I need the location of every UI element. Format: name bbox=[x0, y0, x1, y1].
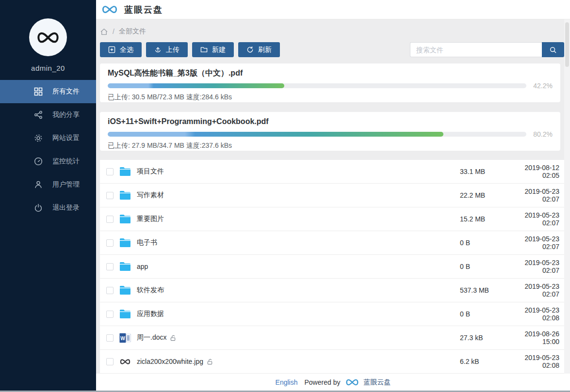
file-row[interactable]: W 周一.docx 27.3 kB 2019-08-26 15:00 bbox=[100, 326, 564, 350]
upload-status: 已上传: 30.5 MB/72.3 MB 速度:284.6 kBs bbox=[108, 93, 553, 102]
username-label: admin_20 bbox=[31, 64, 65, 72]
file-row[interactable]: W 电子书 0 B 2019-05-23 02:07 bbox=[100, 231, 564, 255]
row-checkbox[interactable] bbox=[106, 239, 114, 247]
sidebar-item-share[interactable]: 我的分享 bbox=[0, 103, 96, 126]
select-all-button[interactable]: 全选 bbox=[100, 42, 142, 57]
sidebar-item-gear[interactable]: 网站设置 bbox=[0, 126, 96, 150]
search-group bbox=[410, 42, 564, 57]
search-input[interactable] bbox=[410, 42, 542, 57]
refresh-icon bbox=[246, 46, 254, 53]
progress-row: 80.2% bbox=[108, 130, 553, 138]
scrollbar-track[interactable] bbox=[564, 19, 570, 374]
file-size: 0 B bbox=[460, 239, 506, 247]
file-row[interactable]: W 应用数据 0 B 2019-05-23 02:08 bbox=[100, 302, 564, 326]
row-checkbox[interactable] bbox=[106, 334, 114, 342]
file-size: 0 B bbox=[460, 310, 506, 318]
file-date: 2019-08-12 02:05 bbox=[506, 164, 559, 179]
sidebar-item-label: 退出登录 bbox=[52, 204, 80, 212]
file-row[interactable]: W app 0 B 2019-05-23 02:07 bbox=[100, 255, 564, 279]
upload-icon bbox=[154, 46, 162, 53]
folder-icon bbox=[119, 262, 131, 271]
upload-filename: iOS+11+Swift+Programming+Cookbook.pdf bbox=[108, 117, 553, 126]
gear-icon bbox=[34, 134, 43, 142]
file-name[interactable]: 重要图片 bbox=[137, 215, 164, 223]
language-link[interactable]: English bbox=[276, 378, 298, 386]
top-header: 蓝眼云盘 bbox=[96, 0, 570, 19]
file-date: 2019-05-23 02:07 bbox=[506, 211, 559, 227]
progress-percent: 42.2% bbox=[529, 82, 553, 90]
row-checkbox[interactable] bbox=[106, 358, 114, 365]
folder-icon bbox=[119, 309, 131, 319]
row-checkbox[interactable] bbox=[106, 311, 114, 318]
folder-icon bbox=[119, 285, 131, 295]
home-icon[interactable] bbox=[100, 28, 108, 36]
breadcrumb: / 全部文件 bbox=[100, 27, 564, 36]
svg-text:W: W bbox=[120, 335, 125, 341]
upload-button[interactable]: 上传 bbox=[146, 42, 188, 57]
sidebar: admin_20 bbox=[0, 0, 96, 391]
file-row[interactable]: W 重要图片 15.2 MB 2019-05-23 02:07 bbox=[100, 207, 564, 231]
user-icon bbox=[34, 180, 43, 189]
file-size: 537.3 MB bbox=[460, 286, 506, 294]
row-checkbox[interactable] bbox=[106, 263, 114, 270]
sidebar-item-grid[interactable]: 所有文件 bbox=[0, 80, 96, 103]
unlock-icon bbox=[170, 335, 176, 341]
sidebar-item-power[interactable]: 退出登录 bbox=[0, 196, 96, 220]
sidebar-item-label: 我的分享 bbox=[52, 110, 80, 119]
unlock-icon bbox=[207, 359, 213, 365]
app-window: admin_20 bbox=[0, 0, 570, 391]
file-date: 2019-05-23 02:08 bbox=[506, 306, 559, 322]
row-checkbox[interactable] bbox=[106, 216, 114, 223]
file-name[interactable]: 周一.docx bbox=[137, 333, 166, 342]
refresh-button[interactable]: 刷新 bbox=[238, 42, 280, 57]
file-size: 0 B bbox=[460, 263, 506, 270]
new-folder-button[interactable]: 新建 bbox=[192, 42, 234, 57]
sidebar-item-user[interactable]: 用户管理 bbox=[0, 173, 96, 196]
file-name[interactable]: 软件发布 bbox=[137, 286, 164, 295]
file-row[interactable]: W 项目文件 33.1 MB 2019-08-12 02:05 bbox=[100, 160, 564, 184]
user-avatar[interactable] bbox=[29, 18, 67, 56]
file-name[interactable]: 写作素材 bbox=[137, 191, 164, 200]
app-title: 蓝眼云盘 bbox=[124, 4, 163, 16]
row-checkbox[interactable] bbox=[106, 287, 114, 294]
upload-status: 已上传: 27.9 MB/34.7 MB 速度:237.6 kBs bbox=[108, 141, 553, 150]
breadcrumb-separator: / bbox=[113, 28, 114, 35]
file-table: W 项目文件 33.1 MB 2019-08-12 02:05 bbox=[100, 160, 564, 374]
file-date: 2019-08-26 15:00 bbox=[506, 330, 559, 345]
sidebar-item-gauge[interactable]: 监控统计 bbox=[0, 150, 96, 173]
upload-filename: MySQL高性能书籍_第3版（中文）.pdf bbox=[108, 68, 553, 78]
word-doc-icon: W bbox=[119, 332, 131, 344]
file-size: 22.2 MB bbox=[460, 191, 506, 199]
file-row[interactable]: W zicla200x200white.jpg 6.2 kB 2019-05-2… bbox=[100, 350, 564, 374]
sidebar-item-label: 所有文件 bbox=[52, 87, 80, 96]
file-name[interactable]: zicla200x200white.jpg bbox=[137, 358, 203, 365]
sidebar-item-label: 网站设置 bbox=[52, 134, 80, 142]
toolbar: 全选 上传 新建 刷新 bbox=[100, 42, 564, 57]
scrollbar-thumb[interactable] bbox=[565, 22, 569, 67]
folder-icon bbox=[119, 214, 131, 224]
powered-by-label: Powered by bbox=[304, 378, 340, 386]
row-checkbox[interactable] bbox=[106, 192, 114, 199]
upload-card: MySQL高性能书籍_第3版（中文）.pdf 42.2% 已上传: 30.5 M… bbox=[100, 63, 560, 102]
file-name[interactable]: 应用数据 bbox=[137, 310, 164, 318]
file-name[interactable]: 项目文件 bbox=[137, 167, 164, 176]
upload-card: iOS+11+Swift+Programming+Cookbook.pdf 80… bbox=[100, 112, 560, 151]
brand-home-link[interactable]: 蓝眼云盘 bbox=[101, 4, 163, 16]
file-size: 27.3 kB bbox=[460, 334, 506, 342]
file-name[interactable]: 电子书 bbox=[137, 238, 157, 247]
folder-icon bbox=[119, 238, 131, 248]
progress-fill bbox=[108, 83, 284, 88]
folder-outline-icon bbox=[200, 46, 208, 53]
file-name[interactable]: app bbox=[137, 263, 148, 270]
sidebar-item-label: 监控统计 bbox=[52, 157, 80, 166]
progress-track bbox=[108, 132, 526, 137]
infinity-logo-icon bbox=[35, 31, 61, 44]
footer-brand-link[interactable]: 蓝眼云盘 bbox=[363, 378, 391, 387]
grid-icon bbox=[34, 87, 43, 96]
file-row[interactable]: W 写作素材 22.2 MB 2019-05-23 02:07 bbox=[100, 184, 564, 207]
file-row[interactable]: W 软件发布 537.3 MB 2019-05-23 02:07 bbox=[100, 279, 564, 302]
search-button[interactable] bbox=[542, 42, 564, 57]
row-checkbox[interactable] bbox=[106, 168, 114, 175]
infinity-logo-icon bbox=[345, 378, 359, 386]
breadcrumb-current: 全部文件 bbox=[119, 27, 146, 36]
